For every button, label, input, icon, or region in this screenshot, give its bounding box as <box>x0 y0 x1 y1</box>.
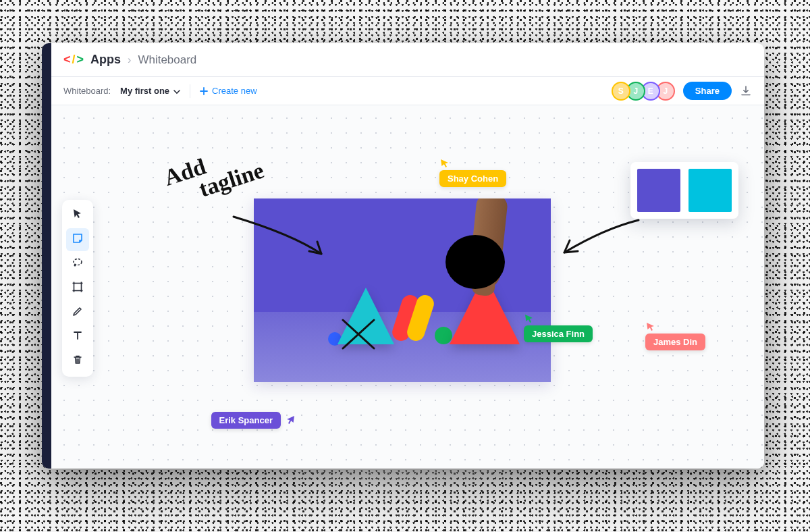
app-window: < / > Apps › Whiteboard Whiteboard: My f… <box>42 43 764 469</box>
sticky-icon <box>72 232 84 247</box>
cursor-label: Erik Spancer <box>211 412 281 429</box>
app-logo: < / > <box>63 53 84 67</box>
tool-lasso[interactable] <box>66 252 89 275</box>
breadcrumb: Apps › Whiteboard <box>90 53 196 67</box>
delete-icon <box>72 354 84 369</box>
handwritten-note: Add tagline <box>162 139 267 210</box>
tool-palette <box>62 200 93 377</box>
whiteboard-selector[interactable]: My first one <box>120 86 180 96</box>
collaborator-cursor: Shay Cohen <box>439 158 506 187</box>
collaborator-cursor: James Din <box>645 321 705 350</box>
tool-frame[interactable] <box>66 277 89 300</box>
select-icon <box>72 208 84 223</box>
cursor-label: Jessica Finn <box>524 325 593 342</box>
create-new-button[interactable]: Create new <box>200 86 256 96</box>
tool-delete[interactable] <box>66 350 89 373</box>
svg-point-1 <box>74 265 76 267</box>
placed-image[interactable] <box>254 198 551 382</box>
whiteboard-label: Whiteboard: <box>63 86 111 96</box>
lasso-icon <box>72 257 84 271</box>
color-swatches-panel[interactable] <box>630 162 738 219</box>
color-swatch[interactable] <box>637 169 680 212</box>
text-icon <box>72 329 84 344</box>
cursor-pointer-icon <box>439 158 450 169</box>
cursor-pointer-icon <box>645 321 656 332</box>
current-whiteboard-name: My first one <box>120 86 169 96</box>
cursor-pointer-icon <box>524 313 535 324</box>
svg-point-0 <box>74 259 82 265</box>
collaborator-avatar[interactable]: S <box>612 82 630 101</box>
whiteboard-canvas[interactable]: Add tagline Shay CohenJessica FinnJ <box>51 105 764 469</box>
collaborator-cursor: Erik Spancer <box>281 415 351 444</box>
cursor-label: James Din <box>645 334 705 350</box>
breadcrumb-current: Whiteboard <box>138 53 196 67</box>
cursor-label: Shay Cohen <box>439 170 506 187</box>
share-button[interactable]: Share <box>683 82 732 100</box>
tool-select[interactable] <box>66 204 89 227</box>
collaborator-cursor: Jessica Finn <box>524 313 593 342</box>
divider <box>190 84 190 98</box>
sub-header: Whiteboard: My first one Create new SJEJ… <box>51 77 764 105</box>
tool-text[interactable] <box>66 325 89 348</box>
collaborator-avatars: SJEJ <box>616 82 675 101</box>
svg-rect-2 <box>74 284 82 291</box>
left-accent-strip <box>42 43 51 469</box>
color-swatch[interactable] <box>688 169 732 212</box>
top-bar: < / > Apps › Whiteboard <box>51 43 764 77</box>
tool-pen[interactable] <box>66 301 89 324</box>
chevron-down-icon <box>173 88 180 95</box>
breadcrumb-root[interactable]: Apps <box>90 53 121 67</box>
pen-icon <box>72 305 84 320</box>
chevron-right-icon: › <box>128 54 131 66</box>
plus-icon <box>200 87 208 95</box>
download-icon[interactable] <box>740 85 752 97</box>
create-new-label: Create new <box>212 86 256 96</box>
frame-icon <box>72 281 84 296</box>
tool-sticky[interactable] <box>66 228 89 251</box>
cursor-pointer-icon <box>285 415 296 425</box>
